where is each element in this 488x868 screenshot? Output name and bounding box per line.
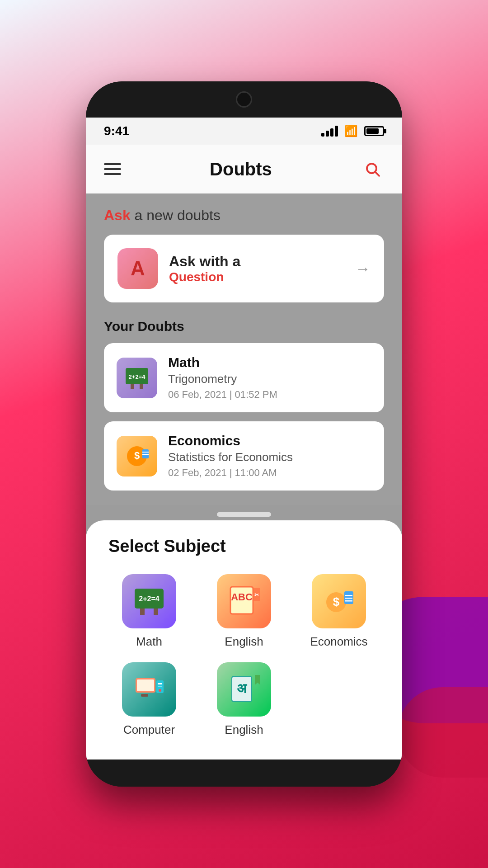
svg-line-1 [375, 172, 379, 176]
math-doubt-date: 06 Feb, 2021 | 01:52 PM [168, 389, 371, 401]
page-title: Doubts [210, 159, 272, 179]
svg-marker-36 [255, 675, 260, 685]
math-doubt-topic: Trigonometry [168, 372, 371, 386]
economics-doubt-info: Economics Statistics for Economics 02 Fe… [168, 433, 371, 479]
ask-suffix-text: a new doubts [131, 207, 221, 223]
hindi-subject-icon: अ [217, 662, 271, 717]
ask-avatar: A [117, 248, 158, 289]
drag-handle-bar [217, 512, 271, 517]
computer-subject-icon [122, 662, 176, 717]
economics-doubt-topic: Statistics for Economics [168, 450, 371, 464]
subject-hindi[interactable]: अ English [203, 662, 285, 737]
ask-card-title: Ask with a [169, 253, 344, 270]
subject-computer[interactable]: Computer [108, 662, 190, 737]
doubt-item-economics[interactable]: $ Economics Statistics for Economics 02 … [104, 421, 384, 491]
menu-button[interactable] [104, 163, 121, 175]
select-subject-title: Select Subject [108, 537, 380, 556]
status-time: 9:41 [104, 124, 129, 138]
math-label: Math [136, 635, 162, 649]
ask-card-subtitle: Question [169, 270, 344, 284]
svg-text:$: $ [333, 595, 340, 609]
economics-subject-icon: $ [312, 574, 366, 628]
svg-rect-25 [345, 600, 352, 602]
svg-rect-31 [158, 686, 162, 687]
screen: 9:41 📶 [86, 118, 402, 760]
svg-rect-5 [140, 384, 143, 389]
svg-rect-30 [158, 683, 162, 684]
svg-rect-13 [140, 609, 145, 615]
ask-section-title: Ask a new doubts [104, 207, 384, 224]
svg-rect-28 [141, 694, 148, 697]
english-label: English [225, 635, 263, 649]
svg-rect-14 [154, 609, 158, 615]
svg-text:2+2=4: 2+2=4 [139, 595, 159, 603]
svg-rect-9 [142, 452, 149, 453]
status-bar: 9:41 📶 [86, 118, 402, 145]
select-subject-sheet: Select Subject 2+2=4 Math [86, 520, 402, 760]
svg-rect-23 [345, 595, 352, 596]
search-button[interactable] [361, 157, 384, 181]
svg-text:2+2=4: 2+2=4 [129, 373, 146, 380]
arrow-icon: → [355, 260, 371, 278]
svg-text:✂: ✂ [254, 592, 259, 598]
doubt-item-math[interactable]: 2+2=4 Math Trigonometry 06 Feb, 2021 | 0… [104, 343, 384, 412]
svg-rect-10 [142, 454, 149, 455]
svg-point-32 [159, 689, 161, 692]
drag-handle-area [86, 505, 402, 520]
math-subject-icon: 2+2=4 [122, 574, 176, 628]
english-subject-icon: ABC ✂ [217, 574, 271, 628]
status-icons: 📶 [321, 125, 384, 137]
main-scroll-area[interactable]: Ask a new doubts A Ask with a Question →… [86, 193, 402, 505]
svg-text:$: $ [134, 450, 140, 461]
math-doubt-icon: 2+2=4 [117, 358, 157, 398]
ask-with-question-card[interactable]: A Ask with a Question → [104, 235, 384, 302]
ask-red-text: Ask [104, 207, 131, 223]
economics-doubt-date: 02 Feb, 2021 | 11:00 AM [168, 467, 371, 479]
computer-label: Computer [123, 723, 175, 737]
economics-doubt-subject: Economics [168, 433, 371, 448]
phone-bottom-bar [86, 760, 402, 787]
math-doubt-info: Math Trigonometry 06 Feb, 2021 | 01:52 P… [168, 355, 371, 401]
subject-grid-row1: 2+2=4 Math ABC [108, 574, 380, 649]
app-content: Doubts Ask a new doubts A [86, 145, 402, 760]
phone-shell: 9:41 📶 [86, 81, 402, 787]
signal-icon [321, 126, 338, 137]
subject-grid-row2: Computer अ [108, 662, 380, 737]
subject-english[interactable]: ABC ✂ English [203, 574, 285, 649]
svg-text:अ: अ [237, 681, 248, 696]
economics-label: Economics [310, 635, 367, 649]
hindi-english-label: English [225, 723, 263, 737]
svg-rect-24 [345, 598, 352, 599]
app-header: Doubts [86, 145, 402, 193]
phone-top-bar [86, 81, 402, 118]
subject-math[interactable]: 2+2=4 Math [108, 574, 190, 649]
wifi-icon: 📶 [344, 125, 358, 137]
camera-notch [236, 91, 252, 108]
your-doubts-title: Your Doubts [104, 319, 384, 334]
subject-economics[interactable]: $ Economics [298, 574, 380, 649]
math-doubt-subject: Math [168, 355, 371, 370]
svg-rect-4 [131, 384, 134, 389]
economics-doubt-icon: $ [117, 436, 157, 476]
ask-card-text: Ask with a Question [169, 253, 344, 284]
svg-rect-27 [137, 679, 154, 691]
svg-text:ABC: ABC [231, 591, 253, 603]
battery-icon [364, 126, 384, 136]
